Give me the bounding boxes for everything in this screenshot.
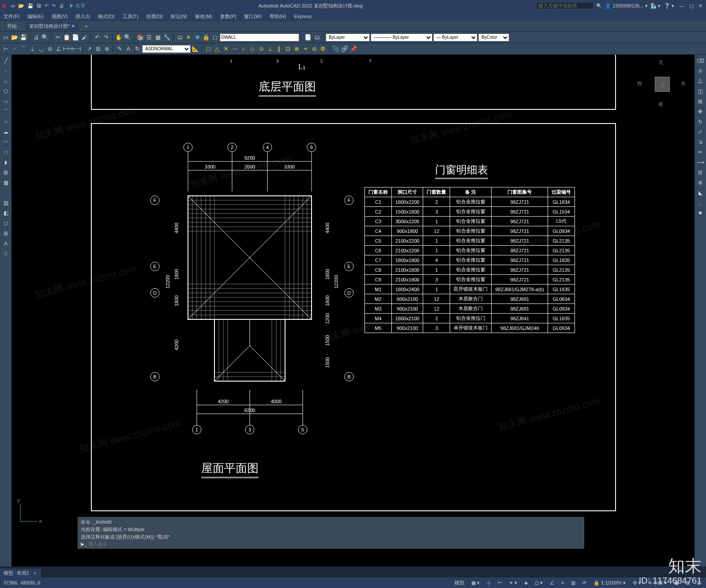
- polygon-icon[interactable]: ⬡: [1, 87, 10, 96]
- share-button[interactable]: ▶ 共享: [69, 3, 85, 9]
- mtext-icon[interactable]: A: [1, 239, 10, 248]
- otrack-icon[interactable]: ∠: [548, 580, 556, 586]
- undo-icon[interactable]: ↶: [93, 34, 101, 41]
- line-icon[interactable]: ╱: [1, 56, 10, 65]
- plotstyle-select[interactable]: ByColor: [478, 34, 509, 41]
- cut-icon[interactable]: ✂: [54, 34, 62, 41]
- save-icon[interactable]: 💾: [19, 34, 27, 41]
- redo-icon[interactable]: ↷: [52, 3, 56, 8]
- menu-edit[interactable]: 编辑(E): [27, 13, 44, 20]
- dim-base-icon[interactable]: ⊢⊢: [64, 45, 71, 53]
- app-logo[interactable]: A: [2, 2, 6, 9]
- new-icon[interactable]: ▭: [2, 34, 10, 41]
- center-icon[interactable]: ⊕: [103, 45, 111, 53]
- user-label[interactable]: 👤 1505999135... ▾: [605, 3, 647, 9]
- erase-icon[interactable]: ⌫: [696, 56, 705, 65]
- block-icon[interactable]: ▦: [154, 34, 162, 41]
- ortho-icon[interactable]: ⊢: [496, 580, 503, 586]
- snap-int-icon[interactable]: ✕: [222, 45, 230, 53]
- osnap-icon[interactable]: ◻ ▾: [533, 580, 544, 586]
- vc-east[interactable]: 东: [681, 80, 686, 87]
- pline-icon[interactable]: ⟀: [1, 77, 10, 86]
- menu-param[interactable]: 参数(P): [220, 13, 237, 20]
- tol-icon[interactable]: ⊞: [94, 45, 102, 53]
- undo-icon[interactable]: ↶: [45, 3, 49, 8]
- menu-tools[interactable]: 工具(T): [123, 13, 139, 20]
- cycle-icon[interactable]: ⟳: [581, 580, 588, 586]
- xline-icon[interactable]: ⟋: [1, 67, 10, 75]
- match-icon[interactable]: 🖌: [80, 34, 88, 41]
- preview-icon[interactable]: 🔍: [41, 34, 49, 41]
- snap-ins-icon[interactable]: ⊡: [284, 45, 292, 53]
- dimedit-icon[interactable]: ✎: [116, 45, 124, 53]
- snap-nod-icon[interactable]: ⊗: [293, 45, 300, 53]
- dimtedit-icon[interactable]: A: [124, 45, 132, 53]
- freeze-icon[interactable]: ❄: [193, 34, 201, 41]
- tool-icon[interactable]: 🔧: [163, 34, 171, 41]
- minimize-icon[interactable]: —: [680, 3, 684, 8]
- snap-cen-icon[interactable]: ○: [240, 45, 248, 53]
- insert-icon[interactable]: ⊞: [1, 168, 10, 177]
- extend-icon[interactable]: ⟶: [696, 158, 705, 167]
- trim-icon[interactable]: ✂: [696, 148, 705, 157]
- tab-model[interactable]: 模型: [4, 570, 13, 577]
- arc-icon[interactable]: ⌒: [1, 107, 10, 116]
- ellipse-icon[interactable]: ⬭: [1, 148, 10, 157]
- print-icon[interactable]: 🖨: [32, 34, 40, 41]
- circle-icon[interactable]: ○: [1, 117, 10, 126]
- tab-doc[interactable]: 某别墅结构设计图* ✕: [26, 22, 79, 30]
- layeriso-icon[interactable]: 🗂: [313, 34, 321, 41]
- tab-add-icon[interactable]: ＋: [33, 570, 38, 577]
- fillet-icon[interactable]: ◟: [696, 198, 705, 207]
- stretch-icon[interactable]: ⇲: [696, 138, 705, 146]
- grid-icon[interactable]: ▦ ▾: [470, 580, 481, 586]
- dim-cont-icon[interactable]: ⊢⊣: [72, 45, 80, 53]
- tab-add-icon[interactable]: ＋: [84, 23, 89, 30]
- hatch-icon[interactable]: ▨: [1, 198, 10, 207]
- vc-north[interactable]: 北: [658, 59, 663, 66]
- open-icon[interactable]: 📂: [11, 34, 19, 41]
- addsel-icon[interactable]: ➕: [1, 249, 10, 258]
- new-icon[interactable]: ▭: [11, 3, 15, 8]
- dim-linear-icon[interactable]: ⊢: [2, 45, 10, 53]
- lineweight-select[interactable]: — ByLayer: [433, 34, 477, 41]
- snap-nea-icon[interactable]: ⌖: [301, 45, 309, 53]
- menu-format[interactable]: 格式(O): [98, 13, 115, 20]
- saveas-icon[interactable]: 🖫: [37, 3, 41, 8]
- dim-align-icon[interactable]: ⟋: [11, 45, 19, 53]
- viewcube[interactable]: 北 西 东 南 上: [637, 59, 686, 108]
- menu-modify[interactable]: 修改(M): [195, 13, 212, 20]
- menu-file[interactable]: 文件(F): [4, 13, 19, 20]
- polar-icon[interactable]: ✴ ▾: [508, 580, 518, 586]
- array-icon[interactable]: ⊞: [696, 97, 705, 106]
- ref-icon[interactable]: 📎: [332, 45, 340, 53]
- iso-icon[interactable]: ◈: [523, 580, 529, 586]
- model-btn[interactable]: 模型: [453, 580, 466, 586]
- color-select[interactable]: ByLayer: [326, 34, 370, 41]
- command-line[interactable]: 命令: _textedit 当前设置: 编辑模式 = Multiple 选择注释…: [78, 517, 584, 549]
- chamfer-icon[interactable]: ◣: [696, 188, 705, 197]
- point-icon[interactable]: ·: [1, 188, 10, 197]
- spline-icon[interactable]: 〰: [1, 138, 10, 146]
- sun-icon[interactable]: ☀: [184, 34, 192, 41]
- close-icon[interactable]: ✕: [698, 3, 702, 8]
- leader-icon[interactable]: ↗: [85, 45, 93, 53]
- paste-icon[interactable]: 📄: [71, 34, 79, 41]
- layer-icon[interactable]: 📚: [136, 34, 144, 41]
- menu-draw[interactable]: 绘图(D): [146, 13, 163, 20]
- ellipsearc-icon[interactable]: ◗: [1, 158, 10, 167]
- menu-window[interactable]: 窗口(W): [244, 13, 262, 20]
- copy-icon[interactable]: 📋: [63, 34, 71, 41]
- trans-icon[interactable]: ▥: [570, 580, 577, 586]
- snap-icon[interactable]: ⊹: [485, 580, 492, 586]
- offset-icon[interactable]: ◫: [696, 87, 705, 96]
- dim-arc-icon[interactable]: ⌒: [19, 45, 27, 53]
- rect-icon[interactable]: ▭: [1, 97, 10, 106]
- snap-par-icon[interactable]: ∥: [275, 45, 283, 53]
- search-input[interactable]: [536, 2, 593, 9]
- redo-icon[interactable]: ↷: [102, 34, 110, 41]
- tab-start[interactable]: 开始: [4, 22, 20, 30]
- print-icon[interactable]: 🖨: [59, 3, 64, 8]
- appstore-icon[interactable]: 🏪 ▾: [650, 3, 661, 9]
- ref3-icon[interactable]: 📌: [349, 45, 357, 53]
